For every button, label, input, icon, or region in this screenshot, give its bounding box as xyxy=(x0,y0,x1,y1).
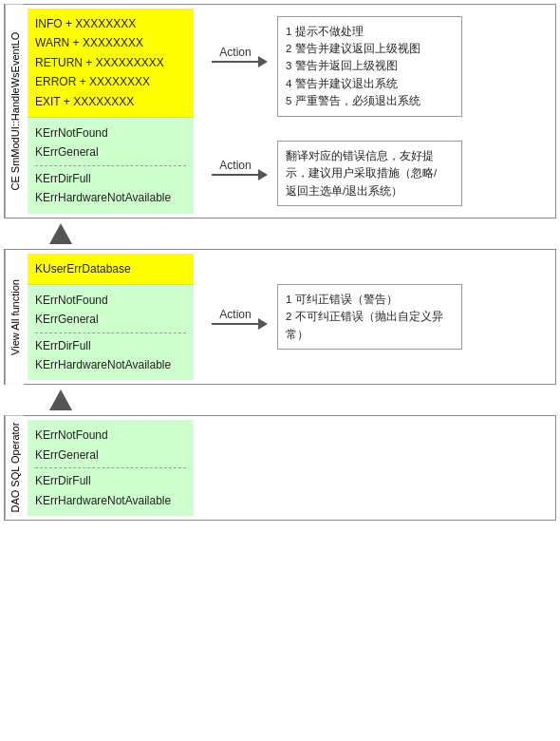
green-line: KErrDirFull xyxy=(35,471,186,490)
action-arrow-1: Action xyxy=(212,46,259,63)
green-line: KErrNotFound xyxy=(35,426,186,445)
section-ui-yellow: INFO + XXXXXXXX WARN + XXXXXXXX RETURN +… xyxy=(28,9,194,118)
yellow-line: RETURN + XXXXXXXXX xyxy=(35,53,186,72)
section-dao-label: DAO SQL Operator xyxy=(5,416,24,520)
green-line: KErrHardwareNotAvailable xyxy=(35,188,186,207)
result-line: 常） xyxy=(286,326,454,343)
green-line: KErrHardwareNotAvailable xyxy=(35,491,186,510)
section-dao-green: KErrNotFound KErrGeneral KErrDirFull KEr… xyxy=(28,420,194,516)
yellow-line: KUserErrDatabase xyxy=(35,259,186,278)
section-ui-label: CE SmModUI::HandleWsEventLO xyxy=(5,5,24,218)
section-dao-left: KErrNotFound KErrGeneral KErrDirFull KEr… xyxy=(28,420,194,516)
result-box-2: 翻译对应的错误信息，友好提 示，建议用户采取措施（忽略/ 返回主选单/退出系统） xyxy=(277,141,462,206)
section-view-arrows: Action xyxy=(197,254,273,381)
yellow-line: ERROR + XXXXXXXX xyxy=(35,72,186,91)
result-box-1: 1 提示不做处理 2 警告并建议返回上级视图 3 警告并返回上级视图 4 警告并… xyxy=(277,16,462,117)
section-ui: CE SmModUI::HandleWsEventLO INFO + XXXXX… xyxy=(4,4,556,218)
diagram-page: CE SmModUI::HandleWsEventLO INFO + XXXXX… xyxy=(0,0,560,741)
up-arrow-2 xyxy=(49,390,72,410)
result-line: 2 不可纠正错误（抛出自定义异 xyxy=(286,308,454,325)
section-view: View All function KUserErrDatabase KErrN… xyxy=(4,249,556,386)
section-ui-left: INFO + XXXXXXXX WARN + XXXXXXXX RETURN +… xyxy=(28,9,194,214)
green-line: KErrGeneral xyxy=(35,446,186,465)
section-ui-results: 1 提示不做处理 2 警告并建议返回上级视图 3 警告并返回上级视图 4 警告并… xyxy=(277,9,551,214)
dotted-divider xyxy=(35,467,186,468)
action-arrow-3: Action xyxy=(212,308,259,325)
green-line: KErrGeneral xyxy=(35,310,186,329)
section-view-yellow: KUserErrDatabase xyxy=(28,254,194,285)
result-line: 翻译对应的错误信息，友好提 xyxy=(286,147,454,164)
result-line: 4 警告并建议退出系统 xyxy=(286,75,454,92)
up-arrow-1 xyxy=(49,223,72,244)
dotted-divider xyxy=(35,332,186,333)
result-line: 示，建议用户采取措施（忽略/ xyxy=(286,164,454,181)
section-ui-green: KErrNotFound KErrGeneral KErrDirFull KEr… xyxy=(28,118,194,214)
up-arrow-1-row xyxy=(4,218,556,249)
green-line: KErrHardwareNotAvailable xyxy=(35,355,186,374)
action-label-2: Action xyxy=(219,159,251,172)
up-arrow-2-row xyxy=(4,385,556,415)
section-view-green: KErrNotFound KErrGeneral KErrDirFull KEr… xyxy=(28,285,194,381)
green-line: KErrNotFound xyxy=(35,291,186,310)
green-line: KErrGeneral xyxy=(35,142,186,162)
yellow-line: EXIT + XXXXXXXX xyxy=(35,92,186,111)
section-ui-arrows: Action Action xyxy=(197,9,273,214)
result-line: 3 警告并返回上级视图 xyxy=(286,57,454,74)
green-line: KErrDirFull xyxy=(35,169,186,188)
yellow-line: WARN + XXXXXXXX xyxy=(35,33,186,52)
section-dao-right xyxy=(277,420,551,516)
action-arrow-2: Action xyxy=(212,159,259,176)
section-view-left: KUserErrDatabase KErrNotFound KErrGenera… xyxy=(28,254,194,381)
yellow-line: INFO + XXXXXXXX xyxy=(35,14,186,33)
dotted-divider xyxy=(35,165,186,166)
result-line: 2 警告并建议返回上级视图 xyxy=(286,40,454,57)
section-view-results: 1 可纠正错误（警告） 2 不可纠正错误（抛出自定义异 常） xyxy=(277,254,551,381)
action-label-1: Action xyxy=(219,46,251,59)
action-label-3: Action xyxy=(219,308,251,321)
result-line: 1 提示不做处理 xyxy=(286,23,454,40)
green-line: KErrDirFull xyxy=(35,336,186,355)
section-dao-mid xyxy=(197,420,273,516)
result-box-3: 1 可纠正错误（警告） 2 不可纠正错误（抛出自定义异 常） xyxy=(277,284,462,350)
green-line: KErrNotFound xyxy=(35,124,186,142)
result-line: 5 严重警告，必须退出系统 xyxy=(286,92,454,109)
section-dao: DAO SQL Operator KErrNotFound KErrGenera… xyxy=(4,415,556,521)
result-line: 1 可纠正错误（警告） xyxy=(286,291,454,308)
section-view-label: View All function xyxy=(5,250,24,385)
result-line: 返回主选单/退出系统） xyxy=(286,182,454,200)
